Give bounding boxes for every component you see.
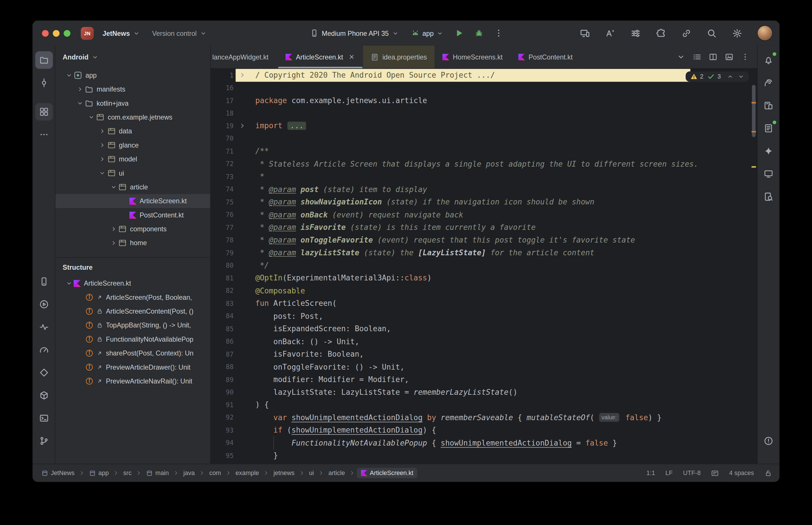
more-run-actions-button[interactable] — [491, 26, 506, 41]
code-line-72[interactable]: 72 * Stateless Article Screen that displ… — [211, 158, 757, 170]
line-number[interactable]: 91 — [211, 401, 236, 409]
line-number[interactable]: 95 — [211, 452, 236, 460]
device-selector[interactable]: Medium Phone API 35 — [307, 26, 402, 40]
code-line-77[interactable]: 77 * @param isFavorite (state) is this i… — [211, 221, 757, 234]
line-number[interactable]: 78 — [211, 236, 236, 244]
structure-item-functionalitynotavailablepop[interactable]: fFunctionalityNotAvailablePop — [56, 332, 210, 346]
code-line-94[interactable]: 94 FunctionalityNotAvailablePopup { show… — [211, 437, 757, 449]
project-view-selector[interactable]: Android — [56, 46, 210, 69]
code-line-88[interactable]: 88 onToggleFavorite: () -> Unit, — [211, 360, 757, 373]
structure-item-articlescreen-post-boolean[interactable]: fArticleScreen(Post, Boolean, — [56, 290, 210, 304]
project-tree-item-kotlin-java[interactable]: kotlin+java — [56, 96, 210, 110]
warning-stripe-mark[interactable] — [751, 131, 756, 132]
indent-style[interactable]: 4 spaces — [729, 469, 754, 477]
minimize-window-button[interactable] — [53, 30, 60, 36]
settings-sliders-button[interactable] — [628, 26, 643, 41]
code-line-75[interactable]: 75 * @param showNavigationIcon (state) i… — [211, 195, 757, 208]
breadcrumb-jetnews[interactable]: JetNews — [39, 468, 77, 478]
line-number[interactable]: 84 — [211, 312, 236, 320]
code-line-82[interactable]: 82@Composable — [211, 284, 757, 297]
line-number[interactable]: 73 — [211, 173, 236, 180]
warning-stripe-mark[interactable] — [751, 102, 756, 103]
line-number[interactable]: 94 — [211, 439, 236, 447]
project-tree-item-article[interactable]: article — [56, 180, 210, 194]
device-mirror-button[interactable] — [577, 26, 592, 41]
tree-chevron-down-icon[interactable] — [98, 168, 107, 178]
device-manager-file-button[interactable] — [760, 120, 777, 137]
project-tree-item-home[interactable]: home — [56, 236, 210, 250]
ai-translate-button[interactable] — [603, 26, 617, 41]
project-tree-item-ui[interactable]: ui — [56, 166, 210, 180]
structure-item-topappbar-string-unit[interactable]: fTopAppBar(String, () -> Unit, — [56, 318, 210, 332]
project-tree-item-manifests[interactable]: manifests — [56, 82, 210, 96]
line-number[interactable]: 1 — [211, 71, 236, 79]
code-editor[interactable]: 1/ Copyright 2020 The Android Open Sourc… — [211, 69, 757, 464]
line-number[interactable]: 83 — [211, 299, 236, 307]
project-folder-button[interactable] — [35, 51, 53, 69]
tab-postcontent-kt[interactable]: PostContent.kt — [510, 46, 580, 69]
breadcrumb-article[interactable]: article — [326, 468, 347, 478]
project-tree-item-postcontent-kt[interactable]: PostContent.kt — [56, 208, 210, 222]
editor-list-button[interactable] — [693, 53, 701, 61]
vcs-widget[interactable]: Version control — [149, 27, 210, 40]
unlock-icon[interactable] — [764, 469, 772, 477]
line-separator[interactable]: LF — [665, 469, 673, 477]
running-devices-button[interactable] — [760, 165, 777, 183]
code-line-79[interactable]: 79 * @param lazyListState (state) the [L… — [211, 246, 757, 259]
line-number[interactable]: 80 — [211, 261, 236, 269]
project-tree-item-articlescreen-kt[interactable]: ArticleScreen.kt — [56, 194, 210, 208]
editor-preview-button[interactable] — [725, 53, 734, 61]
split-editor-button[interactable] — [709, 53, 717, 61]
code-line-71[interactable]: 71/** — [211, 145, 757, 158]
project-tree-item-com-example-jetnews[interactable]: com.example.jetnews — [56, 110, 210, 124]
caret-position[interactable]: 1:1 — [646, 469, 655, 477]
project-selector[interactable]: JetNews — [99, 27, 143, 40]
structure-item-articlescreen-kt[interactable]: ArticleScreen.kt — [56, 276, 210, 290]
code-line-93[interactable]: 93 if (showUnimplementedActionDialog) { — [211, 424, 757, 437]
profiler-gauge-button[interactable] — [35, 341, 53, 359]
code-line-83[interactable]: 83fun ArticleScreen( — [211, 297, 757, 310]
tree-chevron-down-icon[interactable] — [75, 99, 85, 108]
code-line-1[interactable]: 1/ Copyright 2020 The Android Open Sourc… — [211, 69, 757, 81]
line-number[interactable]: 93 — [211, 426, 236, 434]
terminal-button[interactable] — [35, 409, 53, 427]
code-line-86[interactable]: 86 onBack: () -> Unit, — [211, 335, 757, 348]
more-vertical-button[interactable] — [741, 53, 749, 61]
tree-chevron-down-icon[interactable] — [109, 182, 118, 192]
tab-homescreens-kt[interactable]: HomeScreens.kt — [434, 46, 510, 69]
code-line-74[interactable]: 74 * @param post (state) item to display — [211, 183, 757, 196]
fold-region-chevron-icon[interactable] — [236, 120, 249, 132]
line-number[interactable]: 74 — [211, 185, 236, 193]
tree-chevron-right-icon[interactable] — [98, 126, 107, 136]
line-number[interactable]: 89 — [211, 376, 236, 384]
notifications-bell-button[interactable] — [760, 51, 777, 69]
zoom-window-button[interactable] — [63, 30, 70, 36]
code-line-92[interactable]: 92 var showUnimplementedActionDialog by … — [211, 411, 757, 424]
search-button[interactable] — [704, 26, 719, 41]
line-number[interactable]: 88 — [211, 363, 236, 371]
code-line-16[interactable]: 16 — [211, 81, 757, 94]
line-number[interactable]: 86 — [211, 338, 236, 345]
breadcrumb-com[interactable]: com — [207, 468, 224, 478]
project-tree-item-model[interactable]: model — [56, 152, 210, 166]
structure-item-previewarticlenavrail-unit[interactable]: fPreviewArticleNavRail(): Unit — [56, 374, 210, 388]
structure-item-sharepost-post-context-un[interactable]: fsharePost(Post, Context): Un — [56, 346, 210, 360]
chevron-down-button[interactable] — [677, 53, 685, 61]
tree-chevron-right-icon[interactable] — [98, 141, 107, 150]
project-tree-item-components[interactable]: components — [56, 222, 210, 236]
logcat-pulse-button[interactable] — [35, 318, 53, 336]
tab-idea-properties[interactable]: idea.properties — [363, 46, 434, 69]
tree-chevron-down-icon[interactable] — [64, 71, 73, 80]
more-horizontal-button[interactable] — [35, 125, 53, 143]
line-number[interactable]: 76 — [211, 211, 236, 219]
fold-region-chevron-icon[interactable] — [236, 69, 249, 81]
breadcrumb-example[interactable]: example — [233, 468, 262, 478]
line-number[interactable]: 92 — [211, 414, 236, 421]
tree-chevron-right-icon[interactable] — [75, 85, 85, 94]
tab-lanceappwidget-kt[interactable]: lanceAppWidget.kt — [211, 46, 278, 69]
code-line-87[interactable]: 87 isFavorite: Boolean, — [211, 348, 757, 360]
breadcrumb-ui[interactable]: ui — [307, 468, 317, 478]
gradle-elephant-button[interactable] — [760, 74, 777, 92]
next-issue-chevron-icon[interactable] — [738, 73, 744, 80]
code-line-81[interactable]: 81@OptIn(ExperimentalMaterial3Api::class… — [211, 272, 757, 284]
